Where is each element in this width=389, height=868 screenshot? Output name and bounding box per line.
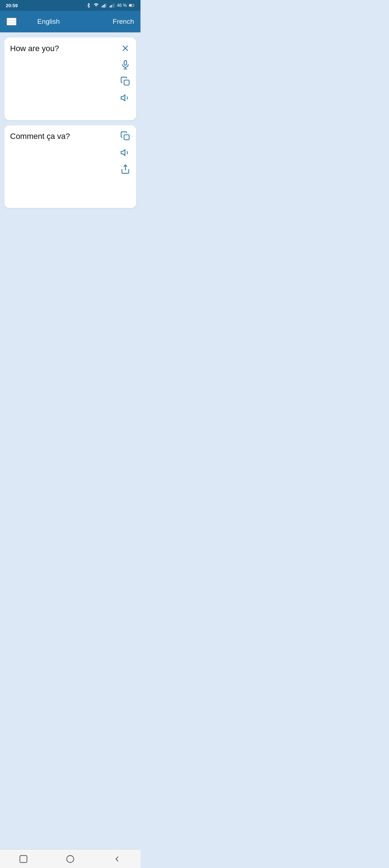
battery-level: 46 %	[117, 3, 127, 8]
svg-rect-7	[113, 3, 114, 8]
speak-source-button[interactable]	[120, 92, 131, 104]
battery-icon	[129, 3, 135, 8]
svg-rect-1	[103, 5, 104, 8]
menu-button[interactable]	[6, 18, 17, 26]
svg-rect-0	[102, 6, 102, 8]
target-card: Comment ça va?	[4, 125, 136, 208]
microphone-button[interactable]	[120, 59, 131, 71]
main-content: How are you?	[0, 32, 140, 295]
svg-rect-9	[129, 5, 131, 6]
target-language-button[interactable]: French	[113, 18, 134, 26]
svg-rect-2	[104, 4, 105, 8]
signal2-icon	[109, 3, 115, 8]
svg-rect-4	[109, 6, 110, 8]
signal-icon	[101, 3, 107, 8]
toolbar: English French	[0, 11, 140, 32]
copy-target-button[interactable]	[120, 130, 131, 142]
source-card-actions	[120, 42, 131, 104]
source-card: How are you?	[4, 37, 136, 120]
wifi-icon	[93, 3, 99, 8]
svg-rect-16	[124, 80, 129, 85]
status-bar: 20:59 46 %	[0, 0, 140, 11]
copy-source-button[interactable]	[120, 76, 131, 87]
svg-rect-13	[124, 60, 127, 65]
svg-rect-5	[111, 5, 112, 8]
bluetooth-icon	[86, 3, 91, 8]
clear-button[interactable]	[120, 42, 131, 54]
source-language-button[interactable]: English	[37, 18, 60, 26]
speak-target-button[interactable]	[120, 147, 131, 158]
svg-marker-19	[121, 150, 125, 155]
target-text: Comment ça va?	[10, 131, 109, 142]
target-card-actions	[120, 130, 131, 175]
svg-rect-18	[124, 135, 129, 140]
status-time: 20:59	[6, 3, 18, 8]
status-icons: 46 %	[86, 3, 135, 8]
svg-rect-6	[112, 4, 113, 8]
share-button[interactable]	[120, 163, 131, 175]
svg-rect-3	[106, 3, 106, 8]
source-text: How are you?	[10, 43, 109, 54]
swap-languages-button[interactable]	[80, 16, 92, 27]
svg-marker-17	[121, 95, 125, 101]
